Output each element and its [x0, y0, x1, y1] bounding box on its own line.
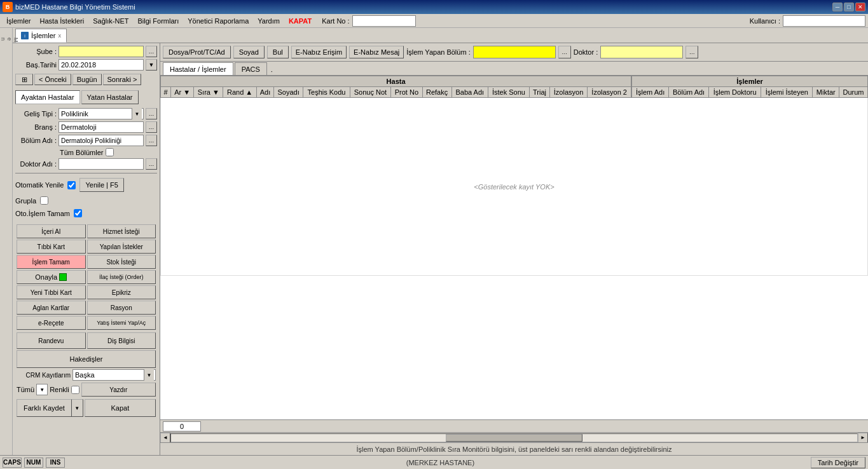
dis-bilgisi-btn[interactable]: Diş Bilgisi: [87, 332, 156, 349]
bas-tarih-input[interactable]: [59, 59, 144, 71]
yatan-tab[interactable]: Yatan Hastalar: [81, 90, 139, 104]
renkli-label: Renkli: [50, 386, 69, 393]
yeni-tibbi-kart-btn[interactable]: Yeni Tıbbi Kart: [17, 285, 86, 299]
tum-bolumler-label: Tüm Bölümler: [60, 149, 103, 156]
kullanici-label: Kullanıcı :: [750, 17, 780, 25]
hakedisler-btn[interactable]: Hakedişler: [17, 350, 156, 368]
brans-btn[interactable]: …: [146, 121, 157, 133]
brans-input[interactable]: [59, 121, 144, 133]
islem-tamam-btn[interactable]: İşlem Tamam: [17, 255, 86, 269]
info-text: İşlem Yapan Bölüm/Poliklinik Sıra Monitö…: [356, 445, 672, 453]
farkli-kaydet-btn[interactable]: Farklı Kaydet: [17, 399, 72, 417]
bolum-adi-btn[interactable]: …: [146, 135, 157, 146]
yatis-istemi-btn[interactable]: Yatış İstemi Yap/Aç: [87, 316, 156, 330]
sube-btn[interactable]: …: [146, 46, 157, 57]
kart-no-input[interactable]: [352, 15, 416, 27]
maximize-btn[interactable]: □: [844, 3, 854, 11]
gelis-tipi-arrow[interactable]: ▼: [132, 108, 142, 119]
islemler-group-header: İşlemler: [631, 76, 867, 87]
tab-close-icon[interactable]: x: [59, 32, 62, 39]
bolum-adi-input[interactable]: [59, 135, 144, 146]
dot-separator: ·: [271, 67, 273, 75]
tarih-degistir-btn[interactable]: Tarih Değiştir: [811, 457, 865, 468]
menu-kapat[interactable]: KAPAT: [285, 16, 315, 26]
minimize-btn[interactable]: ─: [832, 3, 843, 11]
col-rand[interactable]: Rand ▲: [223, 87, 257, 98]
enabiz-erisim-btn[interactable]: E-Nabız Erişim: [291, 46, 347, 58]
onceki-btn[interactable]: < Önceki: [34, 74, 71, 85]
stok-istegi-btn[interactable]: Stok İsteği: [87, 255, 156, 269]
bas-tarih-calendar-btn[interactable]: ▼: [146, 59, 157, 71]
scroll-right-btn[interactable]: ►: [858, 433, 868, 443]
onayla-btn[interactable]: Onayla: [17, 270, 86, 284]
menu-yardim[interactable]: Yardım: [254, 16, 284, 26]
ayaktan-tab[interactable]: Ayaktan Hastalar: [15, 90, 80, 104]
col-durum: Durum: [839, 87, 868, 98]
nav-icon[interactable]: ⊞: [15, 74, 33, 85]
menu-bilgi-formlari[interactable]: Bilgi Formları: [134, 16, 183, 26]
print-row: Tümü ▼ Renkli Yazdır: [17, 383, 156, 397]
oto-islem-tamam-checkbox[interactable]: [74, 209, 82, 217]
farkli-kaydet-arrow[interactable]: ▼: [72, 399, 83, 417]
iceri-al-btn[interactable]: İçeri Al: [17, 224, 86, 238]
gelis-tipi-combo[interactable]: Poliklinik ▼: [59, 108, 144, 119]
menu-saglik-net[interactable]: Sağlık-NET: [89, 16, 132, 26]
col-islem-adi: İşlem Adı: [631, 87, 668, 98]
doktor-adi-btn[interactable]: …: [146, 158, 157, 170]
pacs-tab[interactable]: PACS: [235, 62, 267, 75]
count-input[interactable]: [163, 421, 201, 432]
sube-input[interactable]: [59, 46, 144, 57]
crm-combo[interactable]: Başka ▼: [72, 369, 156, 381]
e-recete-btn[interactable]: e-Reçete: [17, 316, 86, 330]
right-panel: Dosya/Prot/TC/Ad Soyad Bul E-Nabız Erişi…: [160, 43, 868, 455]
col-refakc: Refakç: [422, 87, 451, 98]
kapat-btn[interactable]: Kapat: [85, 399, 156, 417]
randevu-btn[interactable]: Randevu: [17, 332, 86, 349]
renkli-checkbox[interactable]: [71, 386, 79, 394]
onayla-green-indicator: [59, 273, 67, 281]
soyad-btn[interactable]: Soyad: [233, 46, 265, 58]
yenile-f5-btn[interactable]: Yenile | F5: [79, 178, 123, 192]
otomatik-yenile-checkbox[interactable]: [67, 181, 76, 189]
hizmet-istegi-btn[interactable]: Hizmet İsteği: [87, 224, 156, 238]
bul-btn[interactable]: Bul: [267, 46, 289, 58]
kullanici-input[interactable]: [783, 15, 865, 27]
doktor-adi-input[interactable]: [59, 158, 144, 170]
crm-combo-arrow[interactable]: ▼: [144, 369, 154, 381]
close-btn[interactable]: ✕: [855, 3, 865, 11]
islem-yapan-bolum-input[interactable]: [473, 46, 556, 58]
col-sira[interactable]: Sıra ▼: [194, 87, 223, 98]
islemler-tab[interactable]: i İşlemler x: [15, 29, 67, 43]
enabiz-mesaj-btn[interactable]: E-Nabız Mesaj: [349, 46, 404, 58]
scroll-track[interactable]: [170, 433, 858, 442]
bolum-more-btn[interactable]: …: [558, 46, 571, 58]
tumu-label: Tümü: [17, 386, 34, 393]
yapilan-istekler-btn[interactable]: Yapılan İstekler: [87, 240, 156, 254]
tumu-arrow[interactable]: ▼: [36, 384, 48, 395]
doktor-more-btn[interactable]: …: [685, 46, 698, 58]
yazdir-btn[interactable]: Yazdır: [81, 383, 156, 397]
sonraki-btn[interactable]: Sonraki >: [103, 74, 142, 85]
tibbi-kart-btn[interactable]: Tıbbi Kart: [17, 240, 86, 254]
gelis-tipi-btn[interactable]: …: [146, 108, 157, 119]
menu-hasta-istekleri[interactable]: Hasta İstekleri: [36, 16, 88, 26]
ilac-istegi-btn[interactable]: İlaç İsteği (Order): [87, 270, 156, 284]
scroll-left-btn[interactable]: ◄: [160, 433, 170, 443]
menu-yonetici-raporlama[interactable]: Yönetici Raporlama: [184, 16, 252, 26]
aglan-kartlar-btn[interactable]: Aglan Kartlar: [17, 301, 86, 315]
menu-islemler[interactable]: İşlemler: [3, 16, 35, 26]
app-icon: B: [3, 2, 13, 12]
tum-bolumler-row: Tüm Bölümler: [15, 148, 157, 156]
col-sonuc-not: Sonuç Not: [350, 87, 390, 98]
bugun-btn[interactable]: Bugün: [72, 74, 102, 85]
epikriz-btn[interactable]: Epikriz: [87, 285, 156, 299]
rasyon-btn[interactable]: Rasyon: [87, 301, 156, 315]
doktor-input[interactable]: [600, 46, 683, 58]
scroll-thumb[interactable]: [446, 434, 583, 442]
col-ar[interactable]: Ar ▼: [171, 87, 194, 98]
hastalar-islemler-tab[interactable]: Hastalar / İşlemler: [163, 62, 233, 75]
dosya-prot-btn[interactable]: Dosya/Prot/TC/Ad: [163, 46, 231, 58]
main-area: i İşlemler x Şube : … Baş.Tarihi ▼ ⊞: [13, 28, 868, 455]
tum-bolumler-checkbox[interactable]: [106, 148, 114, 156]
grupla-checkbox[interactable]: [40, 196, 48, 205]
